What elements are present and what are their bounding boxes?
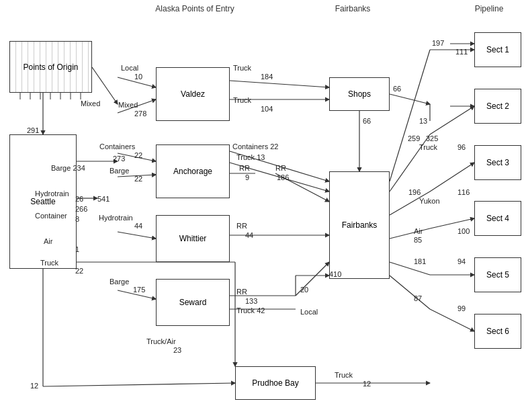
sect3-box: Sect 3 <box>474 145 521 180</box>
label-mixed-1: Mixed <box>118 101 138 109</box>
svg-line-48 <box>43 383 235 386</box>
label-291: 291 <box>27 126 39 134</box>
label-mixed-origin: Mixed <box>81 99 100 108</box>
label-rr1: RR <box>239 164 250 172</box>
seward-label: Seward <box>179 298 207 307</box>
fairbanks-label: Fairbanks <box>342 220 378 230</box>
prudhoe-label: Prudhoe Bay <box>252 378 298 388</box>
label-1: 1 <box>75 245 79 253</box>
fairbanks-box: Fairbanks <box>329 171 390 279</box>
label-133: 133 <box>245 297 257 305</box>
label-22-barge: 22 <box>134 175 142 183</box>
label-8: 8 <box>75 215 79 223</box>
label-barge-1: Barge <box>109 167 129 175</box>
label-hydrotrain-1: Hydrotrain <box>99 214 133 222</box>
label-local: Local <box>121 64 138 72</box>
label-184: 184 <box>261 73 273 81</box>
label-rr-whittier: RR <box>236 222 247 230</box>
svg-line-43 <box>390 276 430 309</box>
label-94: 94 <box>457 257 466 265</box>
label-truck-sect2: Truck <box>419 143 437 151</box>
label-96: 96 <box>457 143 466 151</box>
sect6-box: Sect 6 <box>474 314 521 349</box>
label-truck-seattle: Truck <box>40 259 58 267</box>
label-containers22: Containers 22 <box>232 142 279 151</box>
label-116: 116 <box>457 188 470 196</box>
svg-line-33 <box>390 50 430 181</box>
sect1-box: Sect 1 <box>474 32 521 67</box>
label-44-hydrotrain: 44 <box>134 222 142 230</box>
label-22-truck: 22 <box>75 267 83 275</box>
label-20: 20 <box>300 286 308 294</box>
label-truck-valdez1: Truck <box>233 64 251 72</box>
label-541: 541 <box>97 195 109 203</box>
label-10: 10 <box>134 73 142 81</box>
col-header-fairbanks: Fairbanks <box>316 4 390 13</box>
sect3-label: Sect 3 <box>486 158 509 167</box>
label-66-shops: 66 <box>393 85 401 93</box>
label-container-seattle: Container <box>35 212 67 220</box>
label-air-sect4: Air <box>414 227 423 235</box>
sect4-box: Sect 4 <box>474 201 521 236</box>
label-99: 99 <box>457 304 466 312</box>
label-barge234: Barge 234 <box>51 164 85 172</box>
origin-label: Points of Origin <box>23 62 78 72</box>
valdez-box: Valdez <box>156 67 230 121</box>
label-13: 13 <box>419 117 427 125</box>
label-100: 100 <box>457 227 470 235</box>
svg-line-8 <box>92 67 118 104</box>
label-truck-prudhoe: Truck <box>335 371 353 379</box>
label-259: 259 <box>408 134 420 142</box>
label-197: 197 <box>432 39 444 47</box>
sect5-label: Sect 5 <box>486 270 509 280</box>
label-175: 175 <box>133 286 145 294</box>
svg-line-36 <box>430 106 474 134</box>
label-85: 85 <box>414 236 422 244</box>
label-truck-air: Truck/Air <box>146 337 176 345</box>
col-header-entry: Alaska Points of Entry <box>148 4 242 13</box>
label-rr2: RR <box>275 164 286 172</box>
svg-line-15 <box>118 232 156 239</box>
label-truck42: Truck 42 <box>236 306 265 314</box>
svg-line-17 <box>230 81 329 87</box>
label-barge-2: Barge <box>109 278 129 286</box>
label-181: 181 <box>414 257 426 265</box>
label-273: 273 <box>113 155 125 163</box>
label-278: 278 <box>134 110 146 118</box>
label-local-seward: Local <box>300 308 318 316</box>
shops-box: Shops <box>329 77 390 111</box>
svg-line-30 <box>390 94 430 104</box>
seattle-label: Seattle <box>30 197 55 206</box>
anchorage-label: Anchorage <box>173 167 212 176</box>
label-23: 23 <box>173 346 181 354</box>
shops-label: Shops <box>348 89 371 99</box>
label-66-fairbanks: 66 <box>363 117 371 125</box>
sect1-label: Sect 1 <box>486 45 509 54</box>
svg-line-39 <box>390 228 430 239</box>
valdez-label: Valdez <box>181 89 205 99</box>
label-266: 266 <box>75 205 87 213</box>
label-410: 410 <box>329 270 341 278</box>
sect6-label: Sect 6 <box>486 327 509 336</box>
label-87: 87 <box>414 294 422 302</box>
anchorage-box: Anchorage <box>156 144 230 198</box>
label-12-prudhoe: 12 <box>363 380 371 388</box>
label-truck-valdez2: Truck <box>233 96 251 104</box>
svg-line-38 <box>430 163 474 192</box>
label-22-containers: 22 <box>134 151 142 159</box>
label-186: 186 <box>277 173 289 181</box>
label-44-rr: 44 <box>245 231 253 239</box>
label-rr-seward: RR <box>236 288 247 296</box>
sect2-box: Sect 2 <box>474 89 521 124</box>
label-hydrotrain-seattle: Hydrotrain <box>35 190 69 198</box>
sect4-label: Sect 4 <box>486 214 509 223</box>
label-truck13: Truck 13 <box>236 153 265 161</box>
prudhoe-box: Prudhoe Bay <box>235 366 316 400</box>
label-containers: Containers <box>99 142 135 151</box>
label-325: 325 <box>426 134 438 142</box>
label-26: 26 <box>75 195 83 203</box>
label-196: 196 <box>408 188 421 196</box>
label-9: 9 <box>245 173 249 181</box>
sect5-box: Sect 5 <box>474 257 521 292</box>
label-air-seattle: Air <box>44 237 52 245</box>
